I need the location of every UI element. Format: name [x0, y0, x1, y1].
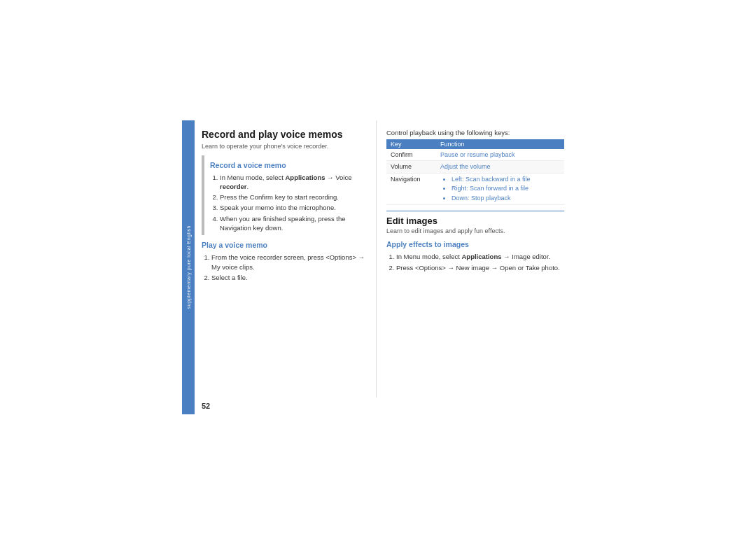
- record-content: Record a voice memo In Menu mode, select…: [210, 155, 366, 236]
- key-navigation: Navigation: [386, 173, 436, 205]
- record-step-2: Press the Confirm key to start recording…: [220, 192, 366, 202]
- page-container: supplementary pure local English Record …: [0, 0, 756, 534]
- section-subtitle: Learn to operate your phone's voice reco…: [202, 143, 366, 150]
- apply-step-1: In Menu mode, select Applications → Imag…: [396, 252, 564, 261]
- table-row: Navigation Left: Scan backward in a file…: [386, 173, 564, 205]
- table-header-key: Key: [386, 139, 436, 149]
- table-row: Confirm Pause or resume playback: [386, 149, 564, 161]
- key-confirm: Confirm: [386, 149, 436, 161]
- record-step-3: Speak your memo into the microphone.: [220, 203, 366, 212]
- control-text: Control playback using the following key…: [386, 129, 564, 136]
- record-step-1: In Menu mode, select Applications → Voic…: [220, 173, 366, 192]
- sidebar-strip: supplementary pure local English: [182, 120, 195, 414]
- edit-images-subtitle: Learn to edit images and apply fun effec…: [386, 227, 564, 234]
- right-column: Control playback using the following key…: [377, 120, 574, 398]
- edit-images-title: Edit images: [386, 211, 564, 226]
- record-bar: [202, 155, 204, 236]
- record-subsection-header: Record a voice memo: [210, 161, 366, 169]
- sidebar-label: supplementary pure local English: [186, 225, 191, 309]
- apply-step-2: Press <Options> → New image → Open or Ta…: [396, 263, 564, 272]
- doc-page: supplementary pure local English Record …: [182, 120, 574, 414]
- table-row: Volume Adjust the volume: [386, 161, 564, 174]
- nav-right: Right: Scan forward in a file: [451, 184, 560, 193]
- play-step-2: Select a file.: [211, 273, 366, 282]
- play-steps-list: From the voice recorder screen, press <O…: [202, 253, 366, 282]
- nav-left: Left: Scan backward in a file: [451, 175, 560, 184]
- table-header-function: Function: [436, 139, 564, 149]
- page-number: 52: [195, 398, 574, 414]
- record-step-4: When you are finished speaking, press th…: [220, 214, 366, 233]
- func-confirm: Pause or resume playback: [436, 149, 564, 161]
- apply-steps-list: In Menu mode, select Applications → Imag…: [386, 252, 564, 272]
- top-section: Record and play voice memos Learn to ope…: [195, 120, 574, 398]
- section-title: Record and play voice memos: [202, 129, 366, 140]
- left-column: Record and play voice memos Learn to ope…: [195, 120, 377, 398]
- nav-down: Down: Stop playback: [451, 194, 560, 203]
- nav-bullets: Left: Scan backward in a file Right: Sca…: [440, 175, 560, 203]
- func-volume: Adjust the volume: [436, 161, 564, 174]
- record-steps-list: In Menu mode, select Applications → Voic…: [210, 173, 366, 233]
- play-step-1: From the voice recorder screen, press <O…: [211, 253, 366, 272]
- main-content: Record and play voice memos Learn to ope…: [195, 120, 574, 414]
- edit-images-section: Edit images Learn to edit images and app…: [386, 211, 564, 272]
- key-volume: Volume: [386, 161, 436, 174]
- key-function-table: Key Function Confirm Pause or resume pla…: [386, 139, 564, 206]
- play-subsection-header: Play a voice memo: [202, 241, 366, 249]
- apply-effects-header: Apply effects to images: [386, 240, 564, 248]
- record-voice-memo-section: Record a voice memo In Menu mode, select…: [202, 155, 366, 236]
- func-navigation: Left: Scan backward in a file Right: Sca…: [436, 173, 564, 205]
